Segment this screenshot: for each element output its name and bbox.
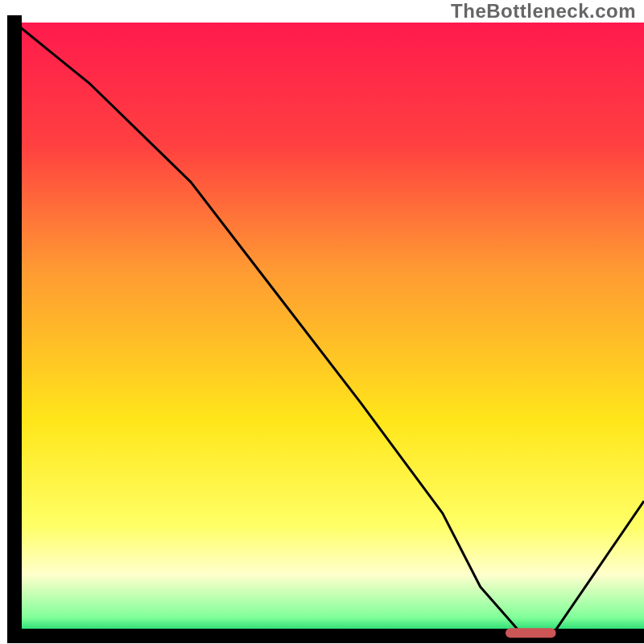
gradient-background — [14, 23, 644, 636]
chart-container: { "watermark": "TheBottleneck.com", "cha… — [0, 0, 644, 644]
watermark-text: TheBottleneck.com — [451, 0, 636, 23]
bottleneck-chart — [0, 0, 644, 644]
plot-area — [14, 23, 644, 638]
optimal-range-marker — [506, 628, 556, 638]
